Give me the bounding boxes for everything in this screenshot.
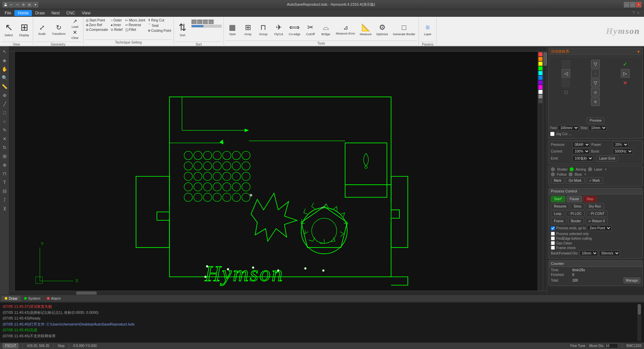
path-tool[interactable]: ⤴ — [1, 196, 9, 204]
zero-point-select[interactable]: Zero Point — [587, 225, 611, 231]
tab-draw[interactable]: Draw — [1, 296, 21, 301]
seal-button[interactable]: ◫ Fillet — [124, 27, 146, 32]
mark2-button[interactable]: ✓ Mark — [586, 177, 603, 184]
generate-border-button[interactable]: □ Generate Border — [391, 18, 417, 41]
close-button[interactable]: ✕ — [636, 2, 641, 7]
process-ends-checkbox[interactable] — [551, 226, 555, 230]
select-button[interactable]: ↖ Select — [1, 18, 16, 41]
co-edge-button[interactable]: ⟺ Co-edge — [287, 18, 303, 41]
stop-button[interactable]: Stop — [583, 196, 596, 202]
sort-button[interactable]: ⇅ Sort — [175, 18, 190, 41]
scale-button[interactable]: ⤢ Scale — [35, 18, 49, 41]
color-orange[interactable] — [538, 57, 542, 61]
relief-button[interactable]: ↟ Ring Cut — [147, 18, 172, 22]
reverse-button[interactable]: ↩ Reverse — [124, 23, 146, 27]
move-dis-input[interactable] — [605, 343, 618, 348]
menu-draw[interactable]: Draw — [32, 10, 48, 16]
process-selected-checkbox[interactable] — [551, 232, 555, 236]
gas-clean-checkbox[interactable] — [551, 241, 555, 245]
boolean-tool[interactable]: ⊗ — [1, 161, 9, 169]
color-magenta[interactable] — [538, 85, 542, 89]
group-button[interactable]: ⊓ Group — [256, 18, 271, 41]
frame-check-checkbox[interactable] — [551, 246, 555, 250]
pt-loc-button[interactable]: · Pt LOC — [566, 211, 585, 217]
canvas-viewport[interactable]: Hymson — [15, 52, 537, 291]
back-forward-select2[interactable]: 50mm/s — [599, 250, 620, 256]
flycut-button[interactable]: ✈ FlyCut — [271, 18, 286, 41]
transform-button[interactable]: ↻ Transform — [50, 18, 68, 41]
menu-view[interactable]: View — [78, 10, 94, 16]
pt-cont-button[interactable]: · Pt CONT — [586, 211, 607, 217]
pan-tool[interactable]: ✋ — [1, 65, 9, 73]
array-button[interactable]: ⊞ Array — [241, 18, 255, 41]
zoom-tool[interactable]: 🔍 — [1, 74, 9, 82]
sort-skip-fwd-button[interactable]: ▷▷ — [208, 19, 214, 24]
menu-cnc[interactable]: CNC — [63, 10, 78, 16]
minimize-button[interactable]: — — [624, 2, 629, 7]
redo-icon[interactable]: ↪ — [15, 2, 20, 7]
inner-button[interactable]: ● Inner — [110, 23, 124, 27]
color-dark-gray[interactable] — [538, 99, 542, 103]
draw-rect-tool[interactable]: □ — [1, 109, 9, 117]
array-lt-tool[interactable]: ⊞ — [1, 152, 9, 160]
nav-down-button[interactable]: ▽ — [591, 78, 600, 87]
back-forward-select1[interactable]: 10mm — [580, 250, 598, 256]
delete-tool[interactable]: ✕ — [1, 135, 9, 143]
return-0-button[interactable]: ↩ Return 0 — [585, 218, 608, 224]
find-edge-checkbox[interactable] — [551, 236, 555, 240]
text-tool[interactable]: T — [1, 178, 9, 186]
jog-cut-checkbox[interactable] — [550, 132, 555, 136]
clear-button[interactable]: ✕ Clear — [68, 29, 82, 40]
blow-dropdown[interactable]: ▼ — [584, 173, 587, 176]
tab-system[interactable]: System — [21, 296, 44, 301]
nav-center-button[interactable]: · — [591, 69, 600, 78]
pause-button[interactable]: Pause — [567, 196, 582, 202]
compensate-button[interactable]: ⊖ Compensate — [85, 27, 109, 32]
measure-error-button[interactable]: ⊿ Measure Error — [334, 18, 357, 41]
sort-next-button[interactable]: ▷ — [197, 19, 202, 24]
sort-skip-back-button[interactable]: ◁◁ — [203, 19, 208, 24]
menu-home[interactable]: Home — [14, 10, 32, 16]
go-mark-button[interactable]: Go Mark — [566, 177, 584, 184]
color-green[interactable] — [538, 66, 542, 70]
snap-tool[interactable]: ⊕ — [1, 91, 9, 99]
bridge-button[interactable]: ⌓ Bridge — [318, 18, 333, 41]
color-cyan[interactable] — [538, 71, 542, 75]
ring-cut-button[interactable]: ⊙ Relief — [110, 27, 124, 32]
group-lt-tool[interactable]: ⊓ — [1, 170, 9, 178]
sort-slider[interactable] — [191, 25, 221, 27]
save-icon[interactable]: 💾 — [3, 2, 8, 7]
dry-run-button[interactable]: Dry Run — [586, 203, 604, 210]
tab-alarm[interactable]: Alarm — [44, 296, 64, 301]
draw-circle-tool[interactable]: ○ — [1, 117, 9, 125]
undo-icon[interactable]: ↩ — [9, 2, 14, 7]
nav-up-button[interactable]: ▽ — [591, 60, 600, 68]
manage-button[interactable]: Manage — [624, 278, 640, 283]
h-scrollbar[interactable] — [9, 291, 547, 295]
help-icon[interactable]: ？ ∧ — [629, 10, 643, 16]
simu-button[interactable]: Simu — [571, 203, 584, 210]
power-select[interactable]: 20% — [613, 142, 629, 148]
step-select[interactable]: 10mm — [589, 125, 607, 131]
measure-button[interactable]: 📐 Measure — [358, 18, 374, 41]
align-tool[interactable]: ⊟ — [1, 187, 9, 195]
draw-line-tool[interactable]: ╱ — [1, 100, 9, 108]
cutoff-button[interactable]: ✂ CutOff — [303, 18, 318, 41]
import-tool[interactable]: ⊻ — [1, 205, 9, 213]
maximize-button[interactable]: □ — [630, 2, 635, 7]
cooling-point-button[interactable]: ❄ Cooling Point — [147, 28, 172, 33]
laser-dropdown[interactable]: ▼ — [604, 168, 607, 171]
border-button[interactable]: Border — [568, 218, 584, 224]
outer-button[interactable]: ○ Outer — [110, 18, 124, 22]
optimize-button[interactable]: ⚙ Optimize — [374, 18, 390, 41]
start-button[interactable]: Start* — [551, 196, 565, 202]
color-yellow[interactable] — [538, 62, 542, 66]
frame-button[interactable]: Frame — [551, 218, 567, 224]
node-tool[interactable]: ◈ — [1, 56, 9, 64]
transform-lt-tool[interactable]: ↻ — [1, 143, 9, 152]
loop-button[interactable]: Loop — [551, 211, 564, 217]
nav-right-button[interactable]: ▷ — [621, 69, 630, 78]
current-select[interactable]: 100% — [572, 149, 590, 154]
fillet-button[interactable]: ⌒ Seal — [147, 23, 172, 28]
coord-dropdown[interactable]: ▼ — [637, 50, 640, 54]
